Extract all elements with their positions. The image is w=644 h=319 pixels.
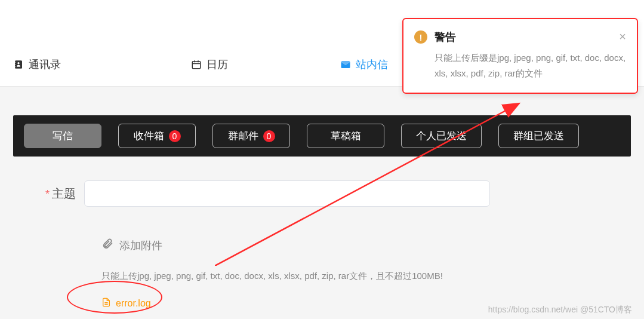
group-mail-badge: 0: [263, 130, 275, 142]
tab-inbox[interactable]: 收件箱 0: [118, 124, 196, 148]
warning-icon: !: [414, 30, 427, 44]
form-area: *主题 添加附件 只能上传jpg, jpeg, png, gif, txt, d…: [13, 157, 631, 309]
tab-drafts-label: 草稿箱: [331, 129, 361, 143]
svg-rect-2: [14, 64, 16, 65]
tab-group-sent-label: 群组已发送: [513, 129, 564, 143]
tab-compose[interactable]: 写信: [24, 124, 101, 148]
tab-personal-sent-label: 个人已发送: [416, 129, 467, 143]
nav-site-msg-label: 站内信: [356, 57, 388, 72]
subject-label: *主题: [45, 186, 76, 202]
required-star: *: [45, 188, 50, 200]
tab-group-mail-label: 群邮件: [228, 129, 258, 143]
tab-personal-sent[interactable]: 个人已发送: [401, 124, 482, 148]
svg-point-4: [17, 62, 19, 64]
tab-bar: 写信 收件箱 0 群邮件 0 草稿箱 个人已发送 群组已发送: [13, 115, 631, 157]
toast-title: 警告: [435, 30, 456, 44]
toast-body: 只能上传后缀是jpg, jpeg, png, gif, txt, doc, do…: [435, 50, 626, 81]
document-icon: [101, 297, 111, 309]
close-icon[interactable]: ×: [619, 30, 626, 44]
calendar-icon: [191, 59, 202, 70]
tab-inbox-label: 收件箱: [134, 129, 164, 143]
add-attachment-button[interactable]: 添加附件: [101, 238, 162, 253]
nav-contacts[interactable]: 通讯录: [13, 57, 61, 72]
subject-row: *主题: [45, 180, 619, 207]
upload-hint: 只能上传jpg, jpeg, png, gif, txt, doc, docx,…: [101, 271, 619, 282]
tab-drafts[interactable]: 草稿箱: [307, 124, 384, 148]
warning-toast: ! 警告 × 只能上传后缀是jpg, jpeg, png, gif, txt, …: [402, 18, 638, 94]
mail-icon: [340, 59, 351, 70]
nav-contacts-label: 通讯录: [29, 57, 61, 72]
watermark: https://blog.csdn.net/wei @51CTO博客: [488, 305, 632, 315]
svg-rect-1: [14, 62, 16, 63]
file-item[interactable]: error.log: [101, 297, 151, 309]
inbox-badge: 0: [169, 130, 181, 142]
attach-label: 添加附件: [119, 238, 162, 253]
svg-rect-3: [14, 66, 16, 68]
tab-compose-label: 写信: [53, 129, 73, 143]
subject-input[interactable]: [84, 180, 490, 207]
svg-rect-0: [15, 60, 22, 69]
tab-group-sent[interactable]: 群组已发送: [498, 124, 579, 148]
toast-header: ! 警告 ×: [414, 30, 626, 44]
nav-calendar-label: 日历: [207, 57, 228, 72]
attach-section: 添加附件 只能上传jpg, jpeg, png, gif, txt, doc, …: [101, 238, 619, 309]
nav-site-msg[interactable]: 站内信: [340, 57, 388, 72]
nav-calendar[interactable]: 日历: [191, 57, 228, 72]
paperclip-icon: [101, 238, 113, 253]
contacts-icon: [13, 59, 24, 70]
svg-rect-5: [192, 62, 201, 69]
tab-group-mail[interactable]: 群邮件 0: [212, 124, 290, 148]
file-name: error.log: [116, 298, 151, 309]
content-area: 写信 收件箱 0 群邮件 0 草稿箱 个人已发送 群组已发送 *主题: [0, 87, 644, 309]
